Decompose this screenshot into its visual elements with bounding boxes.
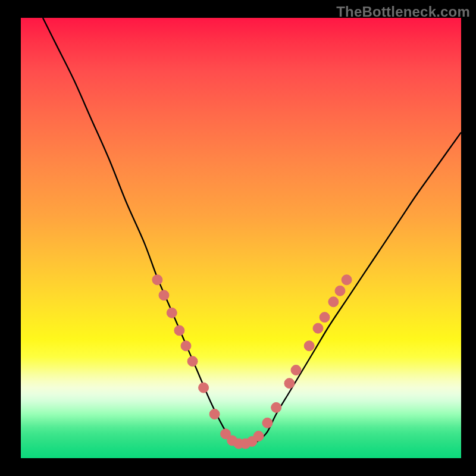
curve-marker [174, 325, 184, 336]
curve-marker [152, 275, 162, 285]
curve-markers [152, 275, 352, 449]
curve-marker [181, 341, 191, 351]
bottleneck-curve [43, 18, 461, 446]
curve-marker [187, 356, 198, 367]
curve-marker [291, 365, 301, 375]
curve-marker [284, 378, 295, 389]
watermark-text: TheBottleneck.com [336, 4, 470, 20]
curve-svg [21, 18, 461, 458]
curve-marker [313, 323, 323, 333]
curve-marker [328, 297, 339, 307]
plot-area [21, 18, 461, 458]
curve-marker [167, 308, 177, 318]
curve-marker [304, 341, 314, 351]
curve-marker [320, 312, 330, 322]
curve-marker [271, 402, 281, 412]
curve-marker [209, 409, 220, 419]
curve-marker [199, 383, 209, 393]
curve-marker [253, 431, 264, 441]
curve-marker [335, 286, 345, 296]
curve-marker [159, 290, 169, 300]
curve-marker [262, 418, 273, 428]
chart-frame: TheBottleneck.com [0, 0, 476, 476]
curve-marker [342, 275, 352, 285]
